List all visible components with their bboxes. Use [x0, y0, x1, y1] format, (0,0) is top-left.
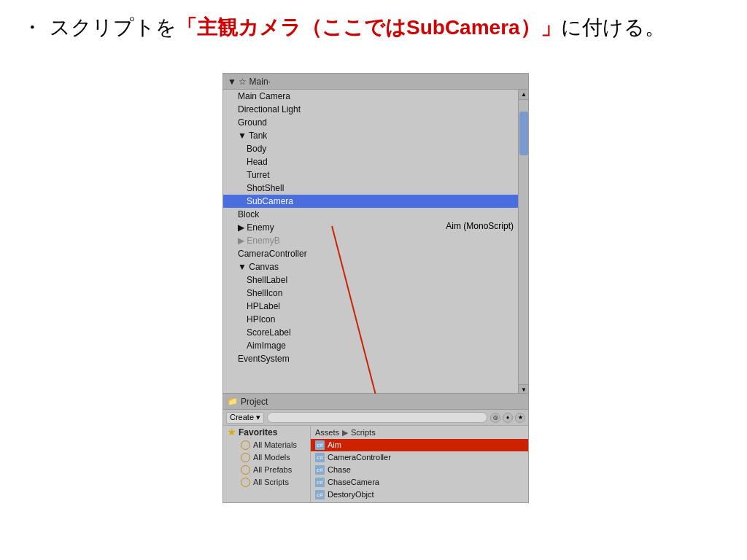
hierarchy-item[interactable]: Turret [223, 168, 518, 182]
hierarchy-item[interactable]: HPIcon [223, 313, 518, 326]
tag-icon[interactable]: ♦ [503, 413, 513, 423]
favorites-panel: ★ Favorites All MaterialsAll ModelsAll P… [223, 426, 311, 503]
header-suffix: に付ける。 [561, 13, 665, 42]
scrollbar-thumb[interactable] [519, 112, 528, 155]
hierarchy-content: Main CameraDirectional LightGround▼ Tank… [223, 90, 518, 393]
hierarchy-item[interactable]: ▼ Tank [223, 129, 518, 142]
hierarchy-item[interactable]: ShotShell [223, 182, 518, 195]
hierarchy-title: ▼ ☆ Main· [228, 77, 271, 87]
scripts-panel: Assets ▶ Scripts c#Aimc#CameraController… [311, 426, 528, 503]
script-icon: c# [315, 478, 325, 487]
favorites-item-icon [241, 453, 250, 462]
favorites-item-icon [241, 440, 250, 450]
hierarchy-panel: ▼ ☆ Main· ▲ ▼ Main CameraDirectional Lig… [222, 73, 529, 394]
hierarchy-item[interactable]: SubCamera [223, 195, 518, 208]
hierarchy-item[interactable]: AimImage [223, 339, 518, 352]
favorites-item-label: All Materials [253, 439, 297, 451]
search-icons: ◎ ♦ ★ [490, 413, 525, 423]
favorites-item-icon [241, 465, 250, 475]
screenshot-container: ▼ ☆ Main· ▲ ▼ Main CameraDirectional Lig… [222, 73, 529, 503]
hierarchy-item[interactable]: Block [223, 208, 518, 221]
script-name: Chase [328, 464, 351, 476]
project-body: ★ Favorites All MaterialsAll ModelsAll P… [223, 426, 528, 503]
favorites-header: ★ Favorites [223, 426, 310, 439]
script-icon: c# [315, 440, 325, 450]
project-toolbar: Create ▾ ◎ ♦ ★ [223, 410, 528, 426]
scrollbar-down[interactable]: ▼ [519, 384, 529, 394]
script-icon: c# [315, 465, 325, 475]
hierarchy-item[interactable]: ▶ EnemyB [223, 234, 518, 247]
search-input[interactable] [267, 412, 487, 423]
star-icon: ★ [228, 426, 236, 439]
project-title: Project [241, 397, 268, 407]
hierarchy-item[interactable]: CameraController [223, 247, 518, 260]
hierarchy-item[interactable]: ScoreLabel [223, 326, 518, 339]
breadcrumb-assets: Assets [315, 426, 339, 439]
hierarchy-item[interactable]: Main Camera [223, 90, 518, 103]
hierarchy-item[interactable]: Directional Light [223, 103, 518, 116]
favorites-item-label: All Scripts [253, 476, 289, 489]
bullet-point: ・ [22, 13, 42, 42]
favorites-item[interactable]: All Materials [223, 439, 310, 451]
hierarchy-item[interactable]: EventSystem [223, 352, 518, 365]
favorites-item-label: All Models [253, 451, 290, 464]
hierarchy-header: ▼ ☆ Main· [223, 74, 528, 90]
script-item[interactable]: c#DestoryObjct [311, 489, 528, 501]
favorites-item-icon [241, 478, 250, 487]
scrollbar-up[interactable]: ▲ [519, 90, 529, 100]
favorites-label: Favorites [239, 426, 277, 439]
favorites-item-label: All Prefabs [253, 464, 292, 476]
script-name: CameraController [328, 451, 391, 464]
hierarchy-item[interactable]: HPLabel [223, 300, 518, 313]
project-header: 📁 Project [223, 394, 528, 410]
favorites-item[interactable]: All Scripts [223, 476, 310, 489]
hierarchy-item[interactable]: ShellLabel [223, 273, 518, 287]
hierarchy-scrollbar[interactable]: ▲ ▼ [518, 90, 528, 394]
script-item[interactable]: c#Aim [311, 439, 528, 451]
favorites-list: All MaterialsAll ModelsAll PrefabsAll Sc… [223, 439, 310, 489]
header-prefix: スクリプトを [50, 13, 177, 42]
script-item[interactable]: c#CameraController [311, 451, 528, 464]
create-button[interactable]: Create ▾ [226, 412, 264, 424]
script-icon: c# [315, 490, 325, 499]
script-icon: c# [315, 453, 325, 462]
hierarchy-item[interactable]: Body [223, 142, 518, 155]
favorites-item[interactable]: All Prefabs [223, 464, 310, 476]
hierarchy-item[interactable]: Head [223, 155, 518, 168]
script-item[interactable]: c#Chase [311, 464, 528, 476]
scripts-list: c#Aimc#CameraControllerc#Chasec#ChaseCam… [311, 439, 528, 501]
breadcrumb: Assets ▶ Scripts [311, 426, 528, 439]
favorites-item[interactable]: All Models [223, 451, 310, 464]
script-name: DestoryObjct [328, 489, 374, 501]
script-name: Aim [328, 439, 341, 451]
script-item[interactable]: c#ChaseCamera [311, 476, 528, 489]
hierarchy-item[interactable]: ▼ Canvas [223, 260, 518, 273]
script-name: ChaseCamera [328, 476, 379, 489]
page-header: ・ スクリプトを 「主観カメラ（ここではSubCamera）」 に付ける。 [0, 0, 747, 49]
hierarchy-item[interactable]: Ground [223, 116, 518, 129]
breadcrumb-arrow: ▶ [342, 426, 348, 439]
aim-label: Aim (MonoScript) [446, 221, 514, 231]
folder-icon: 📁 [228, 397, 238, 406]
header-highlight: 「主観カメラ（ここではSubCamera）」 [177, 13, 561, 42]
search-icon[interactable]: ◎ [490, 413, 500, 423]
star-icon[interactable]: ★ [515, 413, 525, 423]
project-panel: 📁 Project Create ▾ ◎ ♦ ★ ★ Favorites All… [222, 394, 529, 503]
breadcrumb-scripts: Scripts [351, 426, 376, 439]
hierarchy-item[interactable]: ShellIcon [223, 287, 518, 300]
